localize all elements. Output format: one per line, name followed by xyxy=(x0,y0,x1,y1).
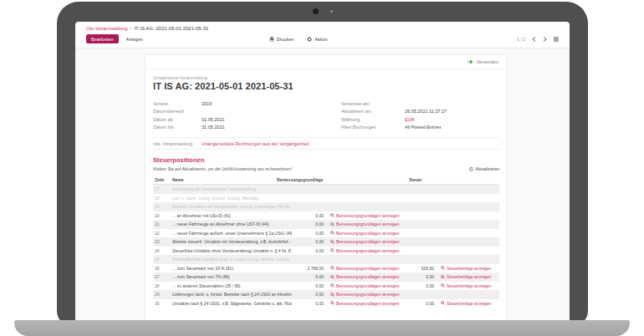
breadcrumb-separator: / xyxy=(130,26,132,31)
magnifier-icon xyxy=(441,275,445,279)
row-bmg-value: 2.768,00 xyxy=(292,266,325,271)
row-name: Steuerpflichtige Umsätze (Lief. u. sonst… xyxy=(172,257,292,262)
row-name: Anmeldung der Umsatzsteuer Vorauszahlung xyxy=(172,186,292,191)
show-tax-base-label: Bemessungsgrundlagen anzeigen xyxy=(336,301,400,306)
row-bmg-value: 0,00 xyxy=(292,248,325,253)
row-zeile: 21 xyxy=(153,221,172,227)
table-row: 20 ... an Abnehmer mit USt-ID (41) 0,00 … xyxy=(153,211,499,221)
row-bmg-value: 0,00 xyxy=(292,213,325,218)
breadcrumb-parent-link[interactable]: Ust-Voranmeldung xyxy=(86,26,128,31)
show-tax-base-link[interactable]: Bemessungsgrundlagen anzeigen xyxy=(325,301,407,306)
action-button[interactable]: Aktion xyxy=(307,37,327,42)
show-tax-base-link[interactable]: Bemessungsgrundlagen anzeigen xyxy=(325,239,407,244)
show-tax-base-link[interactable]: Bemessungsgrundlagen anzeigen xyxy=(325,213,407,218)
detail-value: 01.05.2021 xyxy=(202,117,225,122)
show-tax-base-link[interactable]: Bemessungsgrundlagen anzeigen xyxy=(325,221,407,227)
print-button[interactable]: Drucken xyxy=(269,37,294,42)
magnifier-icon xyxy=(330,248,335,252)
show-tax-base-label: Bemessungsgrundlagen anzeigen xyxy=(336,239,400,244)
show-tax-amount-link[interactable]: Steuerbeträge anzeigen xyxy=(436,283,499,288)
col-bmg: Bemessungsgrundlage xyxy=(277,177,407,182)
show-tax-base-label: Bemessungsgrundlagen anzeigen xyxy=(336,283,400,288)
show-tax-amount-link[interactable]: Steuerbeträge anzeigen xyxy=(436,266,499,271)
show-tax-base-link[interactable]: Bemessungsgrundlagen anzeigen xyxy=(325,292,407,297)
laptop-base xyxy=(14,320,630,336)
show-tax-amount-link[interactable]: Steuerbeträge anzeigen xyxy=(436,301,499,306)
unreported-invoices-link[interactable]: Unangemeldete Rechnungen aus der Vergang… xyxy=(202,141,309,146)
detail-row: Datum bis 31.05.2021 xyxy=(153,124,341,132)
detail-label: Filter Buchungen xyxy=(341,125,405,130)
show-tax-base-label: Bemessungsgrundlagen anzeigen xyxy=(336,213,400,218)
create-button[interactable]: Anlegen xyxy=(124,34,146,43)
toolbar: Bearbeiten Anlegen Drucken Aktion xyxy=(75,33,570,48)
row-zeile: 18 xyxy=(153,196,172,201)
detail-value: 2019 xyxy=(202,101,212,106)
document-title: IT IS AG: 2021-05-01 2021-05-31 xyxy=(153,81,499,91)
edit-button[interactable]: Bearbeiten xyxy=(86,34,119,43)
detail-value[interactable]: EUR xyxy=(405,117,415,122)
show-tax-base-link[interactable]: Bemessungsgrundlagen anzeigen xyxy=(325,266,407,271)
magnifier-icon xyxy=(330,240,335,244)
row-steuer-value: 525,92 xyxy=(407,266,436,271)
refresh-label: Aktualisieren xyxy=(475,166,499,171)
detail-label: Währung xyxy=(341,117,405,122)
row-name: Steuerfreie Umsätze ohne Vorsteuerabzug … xyxy=(172,248,292,253)
toolbar-left: Bearbeiten Anlegen xyxy=(86,34,146,43)
row-name: ... zum Steuersatz von 19 % (81) xyxy=(172,266,292,271)
magnifier-icon xyxy=(330,222,335,227)
row-name: Lieferungen land- u. forstw. Betriebe na… xyxy=(172,292,292,297)
show-tax-amount-label: Steuerbeträge anzeigen xyxy=(447,274,491,279)
row-bmg-value: 0,00 xyxy=(292,274,325,279)
tax-positions-table: Zeile Name Bemessungsgrundlage Steuer 17… xyxy=(153,176,499,308)
show-tax-base-label: Bemessungsgrundlagen anzeigen xyxy=(336,266,400,271)
show-tax-base-link[interactable]: Bemessungsgrundlagen anzeigen xyxy=(325,283,407,288)
print-label: Drucken xyxy=(277,37,294,42)
show-tax-amount-link[interactable]: Steuerbeträge anzeigen xyxy=(436,274,499,279)
send-button[interactable]: Versenden xyxy=(477,59,498,64)
show-tax-base-label: Bemessungsgrundlagen anzeigen xyxy=(336,292,400,297)
detail-label: Datum bis xyxy=(153,125,202,130)
magnifier-icon xyxy=(330,275,335,279)
detail-column-left: Version 2019 Datumsbereich Datum ab 01.0… xyxy=(153,99,341,131)
menu-icon[interactable] xyxy=(554,37,559,42)
row-zeile: 23 xyxy=(153,239,172,244)
show-tax-amount-label: Steuerbeträge anzeigen xyxy=(447,283,491,288)
magnifier-icon xyxy=(330,231,335,235)
show-tax-base-label: Bemessungsgrundlagen anzeigen xyxy=(336,274,400,279)
show-tax-amount-label: Steuerbeträge anzeigen xyxy=(447,266,491,271)
col-steuer: Steuer xyxy=(409,177,499,182)
magnifier-icon xyxy=(441,266,445,270)
show-tax-base-link[interactable]: Bemessungsgrundlagen anzeigen xyxy=(325,231,407,236)
toolbar-right: 1 / 2 xyxy=(517,37,559,42)
detail-label: Aktualisiert am xyxy=(341,109,405,114)
detail-row: Datumsbereich xyxy=(153,108,341,116)
prev-page-icon[interactable] xyxy=(532,37,536,42)
row-name: Steuerfr. Umsätze mit Vorsteuerabz. inne… xyxy=(172,204,292,209)
row-bmg-value: 0,00 xyxy=(292,231,325,236)
vat-declaration-label: Ust- Voranmeldung xyxy=(153,141,202,146)
refresh-button[interactable]: Aktualisieren xyxy=(469,166,499,171)
send-arrow-icon xyxy=(468,59,473,64)
row-name: ... an Abnehmer mit USt-ID (41) xyxy=(172,213,292,218)
row-bmg-value: 0,00 xyxy=(292,221,325,227)
show-tax-base-link[interactable]: Bemessungsgrundlagen anzeigen xyxy=(325,248,407,253)
magnifier-icon xyxy=(330,213,335,217)
col-zeile: Zeile xyxy=(153,177,172,182)
magnifier-icon xyxy=(330,301,335,305)
next-page-icon[interactable] xyxy=(543,37,547,42)
row-bmg-value: 0,00 xyxy=(292,239,325,244)
hint-row: Klicken Sie auf Aktualisieren, um die Us… xyxy=(153,166,499,171)
row-steuer-value: 0,00 xyxy=(407,274,436,279)
row-bmg-value: 0,00 xyxy=(292,283,325,288)
detail-value: 31.05.2021 xyxy=(202,125,225,130)
table-row: 23 Weitere steuerfr. Umsätze mit Vorsteu… xyxy=(153,237,499,247)
row-zeile: 20 xyxy=(153,213,172,218)
table-row: 27 ... zum Steuersatz von 7% (86) 0,00 B… xyxy=(153,272,499,282)
show-tax-base-link[interactable]: Bemessungsgrundlagen anzeigen xyxy=(325,274,407,279)
detail-row: Aktualisiert am 26.05.2021 11:27:27 xyxy=(341,108,447,116)
document-card: Versenden Umsatzsteuer-Voranmeldung IT I… xyxy=(145,54,508,326)
refresh-hint: Klicken Sie auf Aktualisieren, um die Us… xyxy=(153,166,292,171)
show-tax-base-label: Bemessungsgrundlagen anzeigen xyxy=(336,231,400,236)
detail-column-right: Versendet am Aktualisiert am 26.05.2021 … xyxy=(341,99,447,131)
magnifier-icon xyxy=(330,293,335,297)
